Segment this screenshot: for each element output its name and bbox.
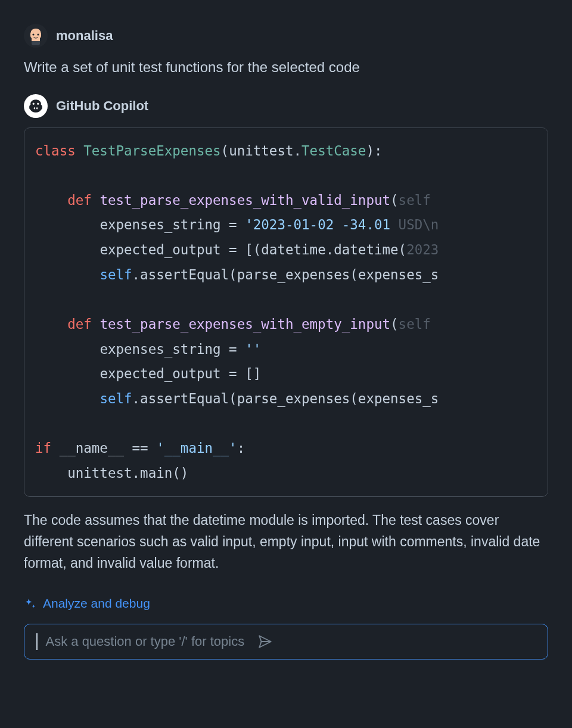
code-token: .assertEqual(parse_expenses( (132, 267, 358, 282)
code-token: class (35, 143, 76, 158)
code-token: '__main__' (156, 440, 237, 456)
code-token: expenses_s (358, 391, 439, 406)
svg-point-1 (32, 33, 34, 35)
code-token: 2023 (406, 242, 439, 257)
analyze-debug-button[interactable]: Analyze and debug (24, 596, 548, 611)
code-token: TestCase (301, 143, 366, 158)
code-token: expected_output (100, 366, 220, 381)
code-token: self (100, 391, 132, 406)
code-token: .assertEqual(parse_expenses( (132, 391, 358, 406)
code-token: test_parse_expenses_with_valid_input (100, 192, 390, 208)
code-token: if (35, 440, 51, 456)
assistant-explanation: The code assumes that the datetime modul… (24, 510, 548, 574)
svg-point-2 (37, 33, 39, 35)
code-token: = (221, 217, 245, 232)
user-avatar (24, 24, 48, 48)
user-prompt-text: Write a set of unit test functions for t… (24, 57, 548, 77)
assistant-message: GitHub Copilot class TestParseExpenses(u… (24, 94, 548, 574)
code-token: '2023-01-02 -34.01 (245, 217, 398, 232)
assistant-name: GitHub Copilot (56, 98, 148, 114)
code-token: expenses_s (358, 267, 439, 282)
sparkle-icon (24, 597, 37, 610)
code-token: = [(datetime.datetime( (221, 242, 407, 257)
code-token: expected_output (100, 242, 220, 257)
code-token: TestParseExpenses (83, 143, 220, 158)
code-token: test_parse_expenses_with_empty_input (100, 316, 390, 332)
send-icon[interactable] (257, 634, 273, 649)
code-token: unittest.main() (67, 465, 188, 481)
code-block: class TestParseExpenses(unittest.TestCas… (24, 127, 548, 497)
code-token: def (67, 316, 92, 332)
copilot-avatar (24, 94, 48, 118)
input-placeholder: Ask a question or type '/' for topics (46, 634, 245, 649)
copilot-icon (28, 98, 43, 114)
user-name: monalisa (56, 28, 113, 43)
mona-avatar-icon (24, 24, 48, 48)
action-label: Analyze and debug (43, 596, 150, 611)
input-caret (36, 633, 38, 650)
code-token: expenses_string (100, 217, 220, 232)
code-token: self (399, 316, 431, 332)
code-token: = (221, 341, 245, 357)
code-token: __name__ (60, 440, 124, 456)
code-token: = [] (221, 366, 262, 381)
code-token: self (399, 192, 431, 208)
code-token: expenses_string (100, 341, 220, 357)
user-message: monalisa Write a set of unit test functi… (24, 24, 548, 77)
prompt-input[interactable]: Ask a question or type '/' for topics (24, 624, 548, 659)
code-token: unittest (229, 143, 293, 158)
code-token: def (67, 192, 92, 208)
code-token: USD\n (399, 217, 439, 232)
assistant-header: GitHub Copilot (24, 94, 548, 118)
code-token: '' (245, 341, 261, 357)
user-header: monalisa (24, 24, 548, 48)
code-token: self (100, 267, 132, 282)
